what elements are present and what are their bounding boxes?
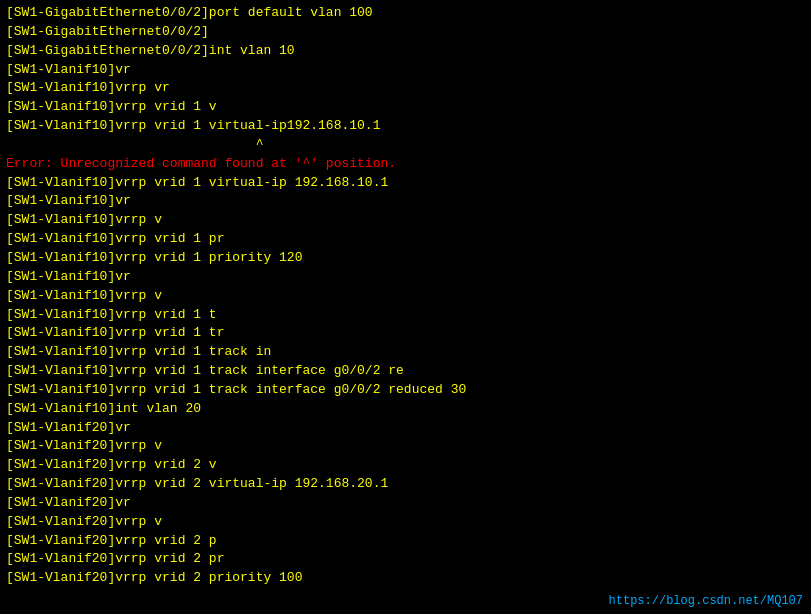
terminal-line: [SW1-Vlanif10]vrrp vrid 1 v: [6, 98, 805, 117]
terminal-line: [SW1-Vlanif10]vrrp vrid 1 virtual-ip 192…: [6, 174, 805, 193]
terminal-line: [SW1-Vlanif20]vrrp vrid 2 pr: [6, 550, 805, 569]
watermark-link[interactable]: https://blog.csdn.net/MQ107: [609, 594, 803, 608]
terminal-line: [SW1-Vlanif10]vrrp vrid 1 pr: [6, 230, 805, 249]
terminal-line: Error: Unrecognized command found at '^'…: [6, 155, 805, 174]
terminal-line: [SW1-GigabitEthernet0/0/2]port default v…: [6, 4, 805, 23]
terminal-line: [SW1-Vlanif10]vrrp vrid 1 priority 120: [6, 249, 805, 268]
terminal-line: [SW1-Vlanif20]vrrp v: [6, 513, 805, 532]
terminal-line: [SW1-Vlanif10]vrrp vrid 1 virtual-ip192.…: [6, 117, 805, 136]
terminal-line: [SW1-Vlanif20]vrrp v: [6, 437, 805, 456]
terminal-line: [SW1-Vlanif10]vrrp v: [6, 287, 805, 306]
terminal-line: [SW1-Vlanif10]vrrp vrid 1 t: [6, 306, 805, 325]
terminal-line: [SW1-Vlanif20]vrrp vrid 2 virtual-ip 192…: [6, 475, 805, 494]
terminal-window: [SW1-GigabitEthernet0/0/2]port default v…: [0, 0, 811, 614]
terminal-line: [SW1-Vlanif10]vrrp v: [6, 211, 805, 230]
terminal-line: [SW1-Vlanif10]vr: [6, 268, 805, 287]
terminal-line: [SW1-Vlanif10]vrrp vr: [6, 79, 805, 98]
terminal-line: [SW1-Vlanif20]vr: [6, 419, 805, 438]
terminal-line: [SW1-GigabitEthernet0/0/2]int vlan 10: [6, 42, 805, 61]
terminal-line: [SW1-Vlanif20]vrrp vrid 2 v: [6, 456, 805, 475]
terminal-line: [SW1-Vlanif10]vrrp vrid 1 track in: [6, 343, 805, 362]
terminal-line: [SW1-Vlanif10]vrrp vrid 1 tr: [6, 324, 805, 343]
terminal-line: [SW1-GigabitEthernet0/0/2]: [6, 23, 805, 42]
terminal-line: [SW1-Vlanif20]vrrp vrid 2 p: [6, 532, 805, 551]
terminal-line: [SW1-Vlanif10]vr: [6, 192, 805, 211]
terminal-line: [SW1-Vlanif10]vr: [6, 61, 805, 80]
terminal-line: [SW1-Vlanif10]vrrp vrid 1 track interfac…: [6, 362, 805, 381]
terminal-line: [SW1-Vlanif20]vrrp vrid 2 priority 100: [6, 569, 805, 588]
terminal-line: [SW1-Vlanif20]vr: [6, 494, 805, 513]
terminal-line: [SW1-Vlanif10]int vlan 20: [6, 400, 805, 419]
terminal-line: ^: [6, 136, 805, 155]
terminal-line: [SW1-Vlanif10]vrrp vrid 1 track interfac…: [6, 381, 805, 400]
